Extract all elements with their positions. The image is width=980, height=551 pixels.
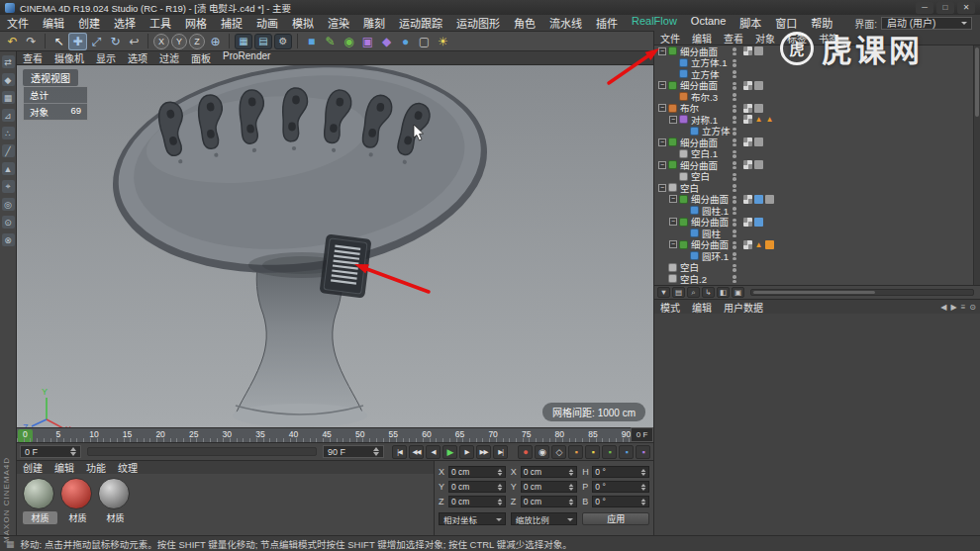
visibility-dot[interactable] — [733, 189, 736, 193]
solo-mode-icon[interactable]: ◎ — [2, 198, 15, 211]
visibility-dot[interactable] — [733, 212, 736, 216]
menu-item-character[interactable]: 角色 — [507, 15, 542, 31]
menu-item-select[interactable]: 选择 — [107, 15, 143, 31]
visibility-dot[interactable] — [733, 234, 736, 238]
expand-icon[interactable]: − — [669, 218, 677, 226]
viewport-canvas[interactable]: Y X Z 透视视图 总计 对象69 网格间距: 1000 cm — [17, 65, 653, 427]
add-array-button[interactable]: ▣ — [358, 33, 377, 50]
visibility-dot[interactable] — [733, 275, 736, 279]
tree-hscrollbar[interactable] — [750, 289, 974, 296]
visibility-dot[interactable] — [733, 82, 736, 86]
spinner-icon[interactable] — [641, 466, 646, 478]
expand-icon[interactable]: − — [658, 138, 666, 146]
material-menu-function[interactable]: 功能 — [80, 460, 112, 475]
gray-tag[interactable] — [754, 104, 763, 113]
menu-item-file[interactable]: 文件 — [0, 15, 36, 31]
viewport-menu-filter[interactable]: 过滤 — [153, 50, 185, 65]
add-spline-button[interactable]: ✎ — [321, 33, 340, 50]
spinner-icon[interactable] — [641, 496, 646, 507]
checker-tag[interactable] — [743, 160, 752, 169]
timeline-ruler[interactable]: 051015202530354045505560657075808590 — [17, 427, 631, 442]
visibility-dot[interactable] — [733, 116, 736, 120]
visibility-dot[interactable] — [733, 223, 736, 227]
visibility-dot[interactable] — [733, 47, 736, 51]
visibility-dot[interactable] — [733, 105, 736, 109]
material-menu-texture[interactable]: 纹理 — [112, 460, 144, 475]
last-tool-button[interactable]: ↩ — [125, 33, 144, 50]
power-slider[interactable] — [87, 447, 317, 456]
om-path-icon[interactable]: ↳ — [702, 287, 715, 298]
coord-input[interactable]: 0 cm — [521, 466, 578, 478]
add-camera-button[interactable]: ▢ — [415, 33, 434, 50]
checker-tag[interactable] — [743, 104, 752, 113]
visibility-dot[interactable] — [733, 200, 736, 204]
visibility-dots[interactable] — [733, 105, 736, 113]
visibility-dot[interactable] — [733, 245, 736, 249]
coord-input[interactable]: 0 cm — [448, 481, 506, 493]
edges-mode-icon[interactable]: ╱ — [2, 144, 15, 157]
menu-item-pipeline[interactable]: 流水线 — [542, 15, 589, 31]
visibility-dot[interactable] — [733, 150, 736, 154]
record-parameter-toggle[interactable]: ▪ — [619, 445, 634, 459]
polygons-mode-icon[interactable]: ▲ — [2, 162, 15, 175]
record-pla-toggle[interactable]: ▪ — [636, 445, 650, 459]
visibility-dot[interactable] — [733, 154, 736, 158]
rotate-tool[interactable]: ↻ — [106, 33, 125, 50]
viewport-menu-panel[interactable]: 面板 — [185, 50, 217, 65]
menu-item-octane[interactable]: Octane — [684, 15, 733, 31]
axis-mode-icon[interactable]: ⌖ — [2, 180, 15, 193]
spinner-icon[interactable] — [569, 466, 574, 478]
lock-x-axis-button[interactable]: X — [153, 34, 169, 49]
visibility-dots[interactable] — [733, 70, 736, 78]
visibility-dots[interactable] — [733, 207, 736, 215]
tri-tag[interactable]: ▲ — [765, 115, 774, 124]
add-cube-button[interactable]: ■ — [302, 33, 321, 50]
current-frame-field[interactable]: 0 F — [631, 427, 653, 442]
lock-y-axis-button[interactable]: Y — [171, 34, 187, 49]
menu-item-render[interactable]: 渲染 — [321, 15, 356, 31]
make-editable-icon[interactable]: ⇄ — [2, 55, 15, 68]
om-layer-icon[interactable]: ▤ — [672, 287, 685, 298]
material-item[interactable]: 材质 — [60, 478, 95, 535]
visibility-dots[interactable] — [733, 150, 736, 158]
expand-icon[interactable]: − — [669, 195, 677, 203]
material-item[interactable]: 材质 — [23, 478, 57, 535]
visibility-dot[interactable] — [733, 280, 736, 284]
checker-tag[interactable] — [743, 81, 752, 90]
gray-tag[interactable] — [754, 138, 763, 146]
om-tag-icon[interactable]: ▣ — [732, 287, 744, 298]
menu-item-help[interactable]: 帮助 — [804, 15, 839, 31]
play-button[interactable]: ▶ — [442, 445, 457, 459]
tree-scrollbar[interactable] — [973, 46, 980, 285]
visibility-dot[interactable] — [733, 161, 736, 165]
visibility-dot[interactable] — [733, 207, 736, 211]
visibility-dots[interactable] — [733, 47, 736, 55]
spinner-icon[interactable] — [497, 496, 502, 507]
visibility-dot[interactable] — [733, 173, 736, 177]
visibility-dots[interactable] — [733, 128, 736, 136]
visibility-dots[interactable] — [733, 93, 736, 101]
coord-input[interactable]: 0 ° — [592, 466, 649, 478]
tree-row-11[interactable]: 空白 — [654, 171, 974, 183]
attr-menu-user-data[interactable]: 用户数据 — [718, 300, 769, 315]
blue-tag[interactable] — [754, 218, 763, 227]
menu-item-edit[interactable]: 编辑 — [36, 15, 71, 31]
menu-item-snap[interactable]: 捕捉 — [214, 15, 249, 31]
expand-icon[interactable]: − — [669, 116, 677, 124]
interface-select[interactable]: 启动 (用户) — [881, 17, 972, 30]
attr-menu-mode[interactable]: 模式 — [654, 300, 686, 315]
menu-item-script[interactable]: 脚本 — [733, 15, 768, 31]
add-deformer-button[interactable]: ◆ — [377, 33, 396, 50]
viewport-menu-cameras[interactable]: 摄像机 — [49, 50, 90, 65]
texture-mode-icon[interactable]: ▦ — [2, 91, 15, 104]
menu-item-tools[interactable]: 工具 — [143, 15, 178, 31]
visibility-dot[interactable] — [733, 241, 736, 245]
menu-item-sculpt[interactable]: 雕刻 — [356, 15, 392, 31]
expand-icon[interactable]: − — [658, 104, 666, 112]
prev-key-button[interactable]: ◀◀ — [409, 445, 424, 459]
menu-item-create[interactable]: 创建 — [71, 15, 107, 31]
expand-icon[interactable]: − — [669, 240, 677, 248]
visibility-dot[interactable] — [733, 184, 736, 188]
tri-tag[interactable]: ▲ — [754, 115, 763, 124]
orange-tag[interactable] — [765, 240, 774, 249]
